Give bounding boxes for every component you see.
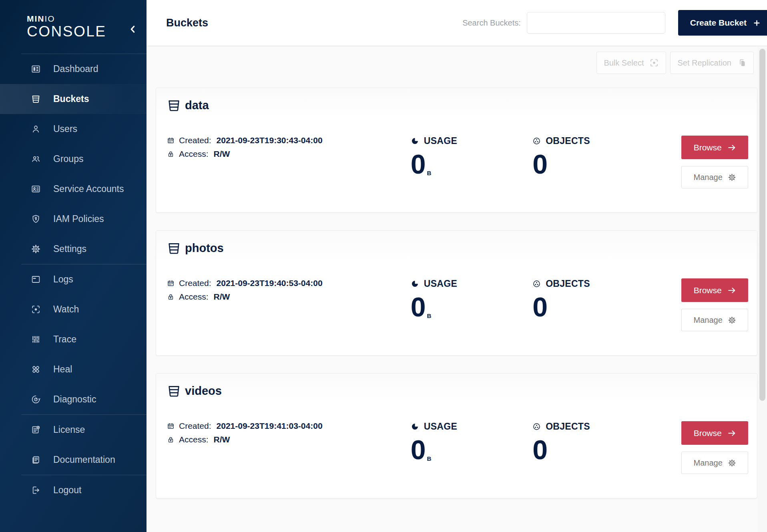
usage-unit: B [427, 456, 432, 462]
bucket-list: data Created: 2021-09-23T19:30:43-04:00 … [147, 88, 767, 516]
logout-icon [31, 485, 41, 495]
sidebar-item-settings[interactable]: Settings [0, 234, 147, 264]
browse-button[interactable]: Browse [681, 278, 748, 302]
sidebar-item-groups[interactable]: Groups [0, 144, 147, 174]
sidebar-item-service-accounts[interactable]: Service Accounts [0, 174, 147, 204]
sidebar-nav: DashboardBucketsUsersGroupsService Accou… [0, 54, 147, 505]
usage-value: 0 B [411, 151, 532, 177]
bucket-info: Created: 2021-09-23T19:40:53-04:00 Acces… [167, 278, 411, 331]
bulk-select-button[interactable]: Bulk Select [596, 52, 666, 74]
calendar-icon [167, 422, 175, 430]
sidebar-item-label: Trace [53, 334, 76, 345]
sidebar-item-diagnostic[interactable]: Diagnostic [0, 384, 147, 414]
usage-metric: USAGE 0 B [411, 278, 532, 331]
sidebar-item-trace[interactable]: Trace [0, 324, 147, 354]
sidebar-item-label: Groups [53, 154, 83, 164]
bucket-info: Created: 2021-09-23T19:30:43-04:00 Acces… [167, 136, 411, 188]
created-label: Created: [179, 278, 211, 288]
sidebar-item-logs[interactable]: Logs [0, 264, 147, 294]
heal-icon [31, 364, 41, 374]
lock-icon [167, 293, 175, 301]
dashboard-icon [31, 64, 41, 74]
lock-icon [167, 150, 175, 158]
bucket-card-header[interactable]: videos [156, 374, 757, 408]
sidebar-item-label: License [53, 424, 85, 435]
usage-label: USAGE [424, 136, 457, 146]
bucket-name: photos [185, 242, 224, 255]
sidebar-item-dashboard[interactable]: Dashboard [0, 54, 147, 84]
manage-label: Manage [694, 316, 723, 325]
usage-label: USAGE [424, 278, 457, 289]
sidebar-collapse-button[interactable] [128, 24, 138, 34]
objects-number: 0 [532, 151, 548, 177]
create-bucket-button[interactable]: Create Bucket [678, 10, 767, 36]
sidebar-item-label: IAM Policies [53, 214, 104, 224]
bucket-card-header[interactable]: data [156, 88, 757, 122]
usage-label: USAGE [424, 421, 457, 432]
objects-value: 0 [532, 294, 681, 320]
access-value: R/W [214, 292, 230, 302]
bulk-select-icon [649, 58, 659, 68]
bucket-access-row: Access: R/W [167, 292, 411, 302]
created-label: Created: [179, 421, 211, 431]
browse-label: Browse [694, 143, 722, 152]
usage-pie-icon [411, 137, 419, 145]
set-replication-label: Set Replication [677, 58, 731, 68]
bucket-info: Created: 2021-09-23T19:41:03-04:00 Acces… [167, 421, 411, 474]
gear-icon [728, 316, 736, 324]
arrow-right-icon [727, 286, 736, 295]
manage-button[interactable]: Manage [681, 309, 748, 331]
arrow-right-icon [727, 143, 736, 152]
bucket-card-header[interactable]: photos [156, 231, 757, 265]
service-accounts-icon [31, 184, 41, 194]
buckets-icon [31, 94, 41, 104]
usage-unit: B [427, 170, 432, 176]
bucket-created-row: Created: 2021-09-23T19:41:03-04:00 [167, 421, 411, 431]
watch-icon [31, 304, 41, 314]
bucket-access-row: Access: R/W [167, 435, 411, 444]
sidebar-item-label: Buckets [53, 94, 89, 104]
browse-label: Browse [694, 286, 722, 295]
set-replication-button[interactable]: Set Replication [670, 52, 754, 74]
sidebar-item-license[interactable]: License [0, 415, 147, 445]
objects-icon [532, 422, 541, 431]
sidebar-item-users[interactable]: Users [0, 114, 147, 144]
sidebar-item-label: Documentation [53, 454, 115, 465]
access-label: Access: [179, 292, 209, 302]
manage-button[interactable]: Manage [681, 452, 748, 474]
sidebar-item-iam-policies[interactable]: IAM Policies [0, 204, 147, 234]
bucket-created-row: Created: 2021-09-23T19:30:43-04:00 [167, 136, 411, 145]
vertical-scrollbar[interactable] [758, 47, 767, 532]
browse-button[interactable]: Browse [681, 421, 748, 445]
sidebar-item-label: Logout [53, 485, 81, 496]
objects-number: 0 [532, 294, 548, 320]
gear-icon [728, 173, 736, 182]
access-label: Access: [179, 149, 209, 159]
objects-number: 0 [532, 437, 548, 463]
calendar-icon [167, 280, 175, 287]
search-buckets-input[interactable] [527, 12, 665, 34]
documentation-icon [31, 455, 41, 465]
iam-policies-icon [31, 214, 41, 224]
scrollbar-thumb[interactable] [759, 49, 765, 401]
usage-number: 0 [411, 437, 426, 463]
created-value: 2021-09-23T19:41:03-04:00 [217, 421, 323, 431]
objects-icon [532, 280, 541, 288]
settings-icon [31, 244, 41, 254]
bucket-card-body: Created: 2021-09-23T19:30:43-04:00 Acces… [156, 122, 757, 188]
manage-button[interactable]: Manage [681, 166, 748, 188]
sidebar-item-heal[interactable]: Heal [0, 354, 147, 384]
sidebar-item-watch[interactable]: Watch [0, 294, 147, 324]
minio-console-logo: MINIO CONSOLE [0, 0, 147, 40]
sidebar-item-logout[interactable]: Logout [0, 475, 147, 505]
logo-io-text: IO [45, 14, 55, 23]
bucket-name: videos [185, 384, 222, 398]
usage-pie-icon [411, 280, 419, 288]
created-value: 2021-09-23T19:30:43-04:00 [217, 136, 323, 145]
usage-pie-icon [411, 422, 419, 431]
browse-button[interactable]: Browse [681, 136, 748, 159]
bucket-buttons: Browse Manage [681, 278, 748, 331]
sidebar-item-buckets[interactable]: Buckets [0, 84, 147, 114]
sidebar-item-documentation[interactable]: Documentation [0, 445, 147, 475]
manage-label: Manage [694, 458, 723, 468]
